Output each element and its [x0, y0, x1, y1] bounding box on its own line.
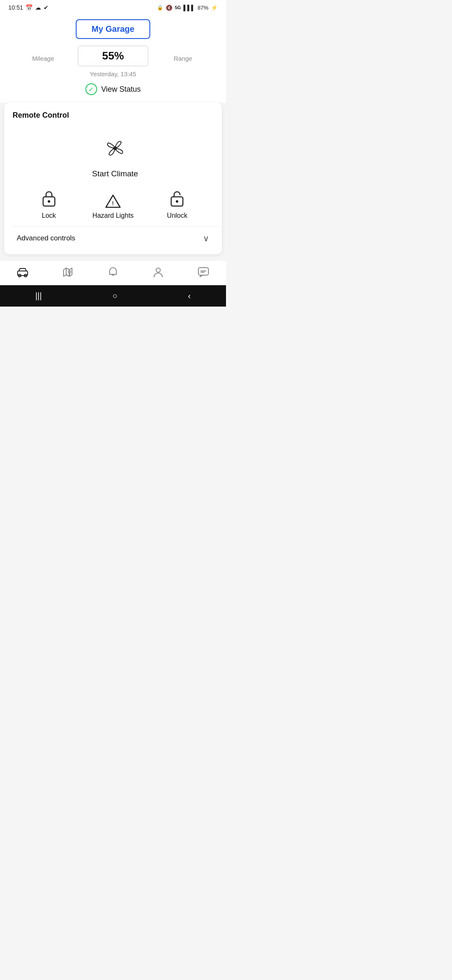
svg-point-10	[156, 268, 160, 272]
lock-label: Lock	[42, 212, 56, 219]
start-climate-section[interactable]: Start Climate	[13, 126, 218, 184]
start-climate-label: Start Climate	[92, 169, 138, 178]
fan-svg	[100, 134, 130, 163]
unlock-label: Unlock	[167, 212, 187, 219]
nav-bell[interactable]	[90, 266, 136, 281]
my-garage-button[interactable]: My Garage	[76, 19, 150, 39]
hazard-lights-control[interactable]: ! Hazard Lights	[81, 188, 145, 219]
battery-percent-box: 55%	[78, 46, 148, 66]
time-display: 10:51	[8, 4, 23, 11]
mute-icon: 🔇	[166, 5, 172, 11]
status-check-icon: ✓	[85, 83, 97, 95]
nav-car[interactable]	[0, 267, 45, 280]
battery-info: Mileage 55% Range	[0, 43, 226, 66]
signal-bars-icon: ▌▌▌	[183, 5, 195, 11]
advanced-controls-label: Advanced controls	[17, 234, 75, 242]
battery-charging-icon: ⚡	[211, 5, 218, 11]
controls-row: Lock ! Hazard Lights Unlock	[13, 184, 218, 224]
hazard-lights-label: Hazard Lights	[92, 212, 134, 219]
last-updated-timestamp: Yesterday, 13:45	[0, 66, 226, 81]
lock-icon	[41, 188, 57, 209]
lock-status-icon: 🔒	[157, 5, 163, 10]
remote-control-card: Remote Control Start Climate	[4, 103, 222, 254]
status-bar: 10:51 📅 ☁ ✔ 🔒 🔇 5G ▌▌▌ 87% ⚡	[0, 0, 226, 13]
remote-control-title: Remote Control	[13, 111, 218, 120]
svg-text:!: !	[112, 200, 113, 206]
lock-control[interactable]: Lock	[17, 188, 81, 219]
check-icon: ✔	[44, 4, 49, 11]
map-nav-icon	[62, 266, 74, 281]
mileage-label: Mileage	[8, 55, 78, 66]
android-menu-btn[interactable]: |||	[35, 291, 42, 301]
car-nav-icon	[16, 267, 29, 280]
nav-profile[interactable]	[136, 266, 181, 281]
status-left: 10:51 📅 ☁ ✔	[8, 4, 49, 11]
network-icon: 5G	[175, 5, 181, 10]
android-back-btn[interactable]: ‹	[188, 291, 191, 301]
header: My Garage	[0, 13, 226, 43]
view-status-label: View Status	[101, 85, 141, 94]
hazard-triangle-icon: !	[105, 188, 121, 209]
cloud-icon: ☁	[35, 4, 41, 11]
android-nav-bar: ||| ○ ‹	[0, 285, 226, 307]
profile-nav-icon	[153, 266, 164, 281]
range-label: Range	[148, 55, 218, 66]
bell-nav-icon	[108, 266, 118, 281]
android-home-btn[interactable]: ○	[112, 291, 117, 301]
unlock-control[interactable]: Unlock	[145, 188, 209, 219]
svg-point-2	[48, 200, 50, 203]
view-status-row[interactable]: ✓ View Status	[0, 81, 226, 103]
bottom-nav	[0, 260, 226, 285]
status-right: 🔒 🔇 5G ▌▌▌ 87% ⚡	[157, 5, 218, 11]
battery-display: 87%	[198, 5, 208, 11]
chevron-down-icon: ∨	[203, 233, 209, 243]
calendar-icon: 📅	[26, 4, 33, 11]
nav-chat[interactable]	[181, 267, 226, 281]
battery-percent-value: 55%	[102, 49, 124, 62]
chat-nav-icon	[198, 267, 209, 281]
svg-point-5	[176, 200, 178, 203]
climate-fan-icon	[98, 132, 132, 165]
advanced-controls-row[interactable]: Advanced controls ∨	[13, 226, 218, 250]
nav-map[interactable]	[45, 266, 90, 281]
unlock-icon	[169, 188, 185, 209]
